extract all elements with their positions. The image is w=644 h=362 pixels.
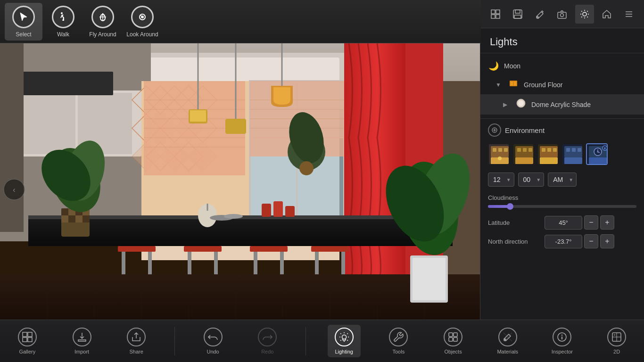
svg-rect-135 xyxy=(553,148,557,152)
svg-rect-127 xyxy=(517,148,521,152)
undo-label: Undo xyxy=(206,349,219,354)
svg-rect-69 xyxy=(61,208,68,215)
camera-panel-btn[interactable] xyxy=(553,5,571,24)
north-direction-plus-btn[interactable]: + xyxy=(600,234,614,248)
gallery-label: Gallery xyxy=(19,349,35,354)
ground-floor-icon xyxy=(508,79,519,90)
env-preset-3[interactable] xyxy=(537,143,559,165)
tree-item-dome-acrylic[interactable]: ▶ Dome Acrylic Shade xyxy=(480,94,644,115)
materials-btn[interactable]: Materials xyxy=(491,325,524,357)
svg-rect-53 xyxy=(311,246,349,252)
tools-icon xyxy=(389,328,408,346)
north-direction-minus-btn[interactable]: − xyxy=(584,234,598,248)
gallery-icon xyxy=(18,328,37,346)
svg-rect-166 xyxy=(614,334,615,336)
tree-item-moon[interactable]: 🌙 Moon xyxy=(480,57,644,75)
dome-light-icon xyxy=(515,98,527,111)
import-label: Import xyxy=(74,349,89,354)
svg-rect-91 xyxy=(285,206,295,217)
north-direction-input[interactable]: -23.7° xyxy=(545,235,582,248)
svg-rect-121 xyxy=(498,148,502,152)
paint-panel-btn[interactable] xyxy=(530,5,549,24)
walk-tool-btn[interactable]: Walk xyxy=(44,3,82,41)
cloudiness-slider[interactable] xyxy=(488,205,636,208)
minute-select[interactable]: 00 ▼ xyxy=(518,173,545,187)
svg-point-107 xyxy=(583,12,586,16)
home-panel-btn[interactable] xyxy=(597,5,616,24)
inspector-icon xyxy=(553,328,571,346)
objects-panel-btn[interactable] xyxy=(486,5,505,24)
environment-header[interactable]: Environment xyxy=(488,123,636,137)
scene-svg: ‹ xyxy=(0,43,481,320)
separator-2 xyxy=(305,327,306,355)
moon-label: Moon xyxy=(504,62,520,70)
undo-btn[interactable]: Undo xyxy=(197,325,230,357)
fly-around-tool-btn[interactable]: Fly Around xyxy=(84,3,122,41)
lighting-icon xyxy=(335,328,354,346)
svg-text:‹: ‹ xyxy=(13,186,15,194)
svg-point-154 xyxy=(342,335,346,339)
dome-acrylic-label: Dome Acrylic Shade xyxy=(531,101,591,108)
inspector-btn[interactable]: Inspector xyxy=(545,325,578,357)
env-preset-4[interactable] xyxy=(561,143,583,165)
svg-rect-152 xyxy=(23,337,27,342)
moon-light-icon: 🌙 xyxy=(488,61,499,71)
main-scene[interactable]: ‹ xyxy=(0,43,481,320)
latitude-input[interactable]: 45° xyxy=(545,216,582,230)
tools-btn[interactable]: Tools xyxy=(382,325,415,357)
lights-header: Lights xyxy=(480,28,644,53)
materials-label: Materials xyxy=(497,349,518,354)
svg-point-148 xyxy=(597,151,599,153)
import-btn[interactable]: Import xyxy=(66,325,99,357)
panel-icons xyxy=(480,0,644,28)
svg-rect-138 xyxy=(564,157,582,164)
hour-select[interactable]: 12 ▼ xyxy=(488,173,514,187)
select-label: Select xyxy=(16,31,31,38)
latitude-label: Latitude xyxy=(488,219,545,226)
light-panel-btn[interactable] xyxy=(575,5,594,24)
share-label: Share xyxy=(130,349,143,354)
env-preset-5[interactable] xyxy=(586,143,608,165)
look-around-label: Look Around xyxy=(126,31,158,38)
environment-section: Environment xyxy=(480,119,644,258)
svg-point-162 xyxy=(561,335,562,336)
tree-item-ground-floor[interactable]: ▼ Ground Floor xyxy=(480,75,644,94)
svg-rect-126 xyxy=(515,157,533,164)
share-btn[interactable]: Share xyxy=(120,325,153,357)
env-presets xyxy=(488,143,636,165)
svg-rect-99 xyxy=(491,15,495,18)
look-around-tool-btn[interactable]: Look Around xyxy=(124,3,161,41)
svg-rect-122 xyxy=(504,148,508,152)
svg-rect-76 xyxy=(83,215,90,222)
separator-1 xyxy=(174,327,175,355)
latitude-minus-btn[interactable]: − xyxy=(584,215,598,230)
env-preset-1[interactable] xyxy=(488,143,510,165)
objects-btn[interactable]: Objects xyxy=(437,325,470,357)
svg-rect-39 xyxy=(28,218,453,246)
redo-label: Redo xyxy=(261,349,273,354)
dome-arrow: ▶ xyxy=(503,101,511,108)
env-preset-2[interactable] xyxy=(512,143,534,165)
ampm-chevron: ▼ xyxy=(569,177,573,182)
save-panel-btn[interactable] xyxy=(508,5,527,24)
north-direction-row: North direction -23.7° − + xyxy=(488,234,636,248)
cloudiness-thumb[interactable] xyxy=(507,203,513,210)
svg-rect-74 xyxy=(68,215,75,222)
svg-rect-132 xyxy=(540,157,558,164)
ampm-select[interactable]: AM ▼ xyxy=(548,173,577,187)
svg-rect-141 xyxy=(578,148,581,152)
hour-value: 12 xyxy=(493,176,501,183)
lighting-btn[interactable]: Lighting xyxy=(328,325,361,357)
select-tool-btn[interactable]: Select xyxy=(5,3,42,41)
gallery-btn[interactable]: Gallery xyxy=(11,325,44,357)
svg-rect-38 xyxy=(225,119,246,134)
list-panel-btn[interactable] xyxy=(619,5,638,24)
svg-rect-158 xyxy=(454,337,457,341)
objects-label: Objects xyxy=(444,349,462,354)
redo-btn[interactable]: Redo xyxy=(251,325,284,357)
2d-btn[interactable]: 2D xyxy=(600,325,633,357)
cloudiness-section: Cloudiness xyxy=(488,194,636,208)
latitude-plus-btn[interactable]: + xyxy=(600,215,614,230)
svg-rect-113 xyxy=(514,82,516,85)
environment-collapse-btn[interactable] xyxy=(488,123,501,137)
